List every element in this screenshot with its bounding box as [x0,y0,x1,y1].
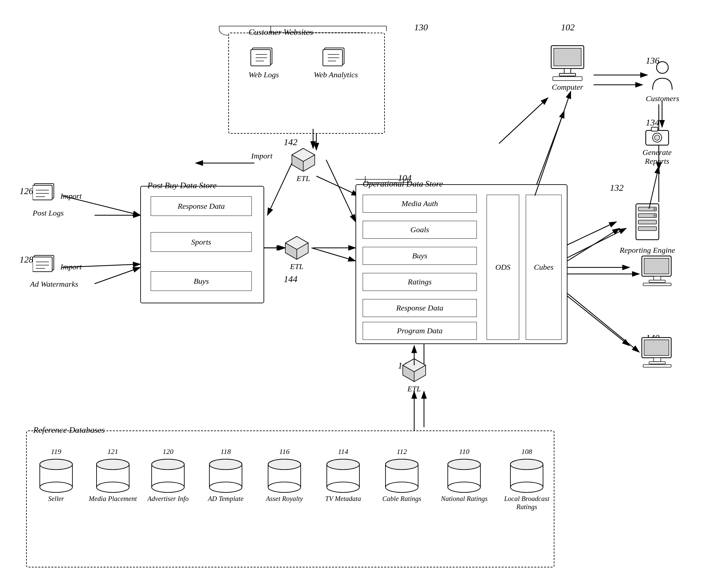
svg-point-64 [653,214,656,217]
svg-rect-72 [654,358,661,362]
svg-rect-66 [644,258,669,274]
customer-websites-label: Customer Websites [249,27,313,37]
computer-140-icon [639,336,675,369]
generate-reports-group: Generate Reports [642,124,671,166]
db-local-broadcast-ratings-group: 108 Local Broadcast Ratings [499,457,554,511]
ref-144: 144 [284,274,297,285]
svg-rect-69 [643,283,671,286]
customer-websites-box: Customer Websites Web Logs Web Analy [228,33,385,134]
svg-rect-57 [651,127,658,131]
media-auth-box: Media Auth [363,195,477,213]
db-asset-royalty-label: Asset Royalty [266,495,303,503]
svg-point-108 [268,459,301,469]
db-112-number: 112 [397,447,407,456]
web-analytics-icon-group: Web Analytics [314,46,358,79]
etl-142-group: ETL [290,147,316,183]
db-asset-royalty-icon [265,457,304,493]
svg-rect-51 [559,74,576,76]
db-cable-ratings-group: 112 Cable Ratings [382,457,421,503]
db-ad-template-label: AD Template [208,495,243,503]
post-buy-label: Post Buy Data Store [147,181,217,190]
computer-102-label: Computer [552,83,583,92]
db-121-number: 121 [107,447,118,456]
ratings-box: Ratings [363,273,477,291]
db-110-number: 110 [459,447,469,456]
svg-line-140 [312,248,356,261]
response-data-2-box: Response Data [363,299,477,317]
ods-label: Operational Data Store [363,179,443,189]
svg-point-95 [152,482,184,492]
buys-2-box: Buys [363,247,477,265]
db-tv-metadata-group: 114 TV Metadata [323,457,363,503]
etl-142-icon [290,147,316,173]
db-tv-metadata-label: TV Metadata [325,495,361,503]
db-120-number: 120 [163,447,173,456]
svg-line-15 [561,228,626,261]
svg-line-9 [499,98,548,144]
svg-point-107 [268,482,301,492]
db-advertiser-info-icon [148,457,188,493]
db-national-ratings-icon [445,457,484,493]
reporting-engine-icon [631,202,664,245]
db-national-ratings-label: National Ratings [441,495,488,503]
svg-point-125 [448,482,481,492]
db-108-number: 108 [521,447,532,456]
svg-rect-68 [649,280,665,282]
customers-icon [649,60,676,93]
svg-rect-44 [33,257,52,272]
ref-130: 130 [414,22,428,33]
web-logs-label: Web Logs [249,70,279,79]
svg-rect-50 [564,68,571,74]
etl-146-icon [401,357,427,383]
sports-box: Sports [151,232,252,252]
generate-reports-label: Generate Reports [642,148,671,166]
etl-144-icon [284,235,310,261]
camera-icon [644,124,670,147]
reference-databases-label: Reference Databases [33,425,105,435]
etl-144-label: ETL [290,262,303,271]
svg-line-19 [564,294,630,346]
db-local-broadcast-ratings-label: Local Broadcast Ratings [499,495,554,511]
svg-line-136 [326,160,356,222]
web-logs-icon [249,46,278,69]
ref-142: 142 [284,137,297,147]
svg-line-149 [568,294,639,352]
cubes-box: Cubes [526,195,561,340]
db-national-ratings-group: 110 National Ratings [441,457,488,503]
svg-rect-49 [554,48,581,66]
post-logs-icon [33,183,59,202]
db-seller-group: 119 Seller [37,457,76,503]
computer-138-group [639,254,675,287]
svg-line-4 [316,176,359,196]
buys-2-text: Buys [412,251,428,260]
post-logs-label: Post Logs [33,209,64,217]
svg-point-126 [448,459,481,469]
goals-text: Goals [410,225,429,234]
db-seller-icon [37,457,76,493]
svg-rect-52 [553,77,582,81]
svg-point-132 [510,459,543,469]
etl-144-group: ETL [284,235,310,271]
etl-146-group: ETL [401,357,427,393]
import-126-label: Import [60,192,82,201]
ref-132: 132 [610,183,623,193]
db-114-number: 114 [338,447,348,456]
ref-102: 102 [561,22,575,33]
svg-point-83 [40,482,72,492]
computer-102-icon [548,42,587,82]
db-118-number: 118 [220,447,231,456]
db-tv-metadata-icon [323,457,363,493]
db-ad-template-icon [206,457,245,493]
db-seller-label: Seller [48,495,64,503]
svg-rect-67 [654,276,661,280]
program-data-text: Program Data [397,327,443,335]
db-media-placement-icon [93,457,132,493]
response-data-1-text: Response Data [178,202,225,211]
program-data-box: Program Data [363,322,477,340]
ref-126: 126 [20,186,33,196]
ad-watermarks-label: Ad Watermarks [30,280,78,289]
customers-label: Customers [646,94,679,103]
buys-1-text: Buys [194,277,209,286]
response-data-2-text: Response Data [396,303,444,312]
svg-point-53 [657,62,668,74]
